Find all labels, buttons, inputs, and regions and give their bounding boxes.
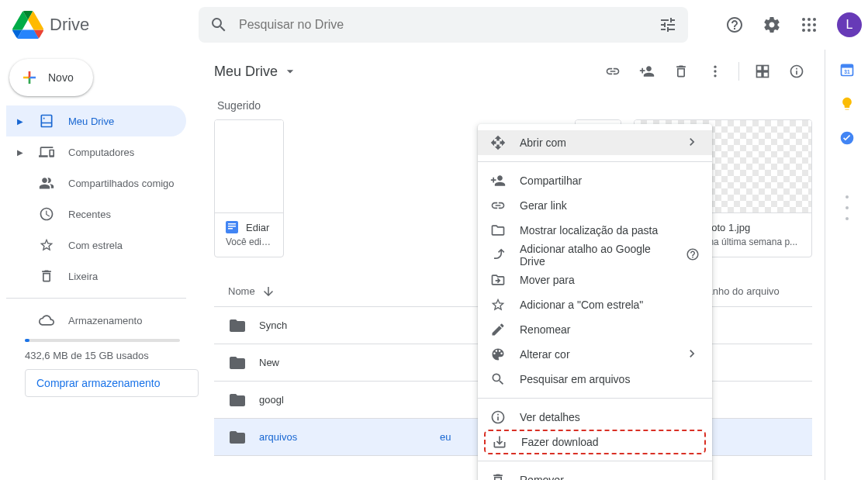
sort-arrow-icon — [261, 285, 275, 299]
tasks-icon[interactable] — [839, 130, 855, 146]
expand-icon: ▶ — [16, 148, 25, 157]
search-options-icon[interactable] — [652, 9, 683, 40]
context-menu: Abrir com Compartilhar Gerar link Mostra… — [478, 124, 712, 480]
sidebar-item-recent[interactable]: ▶ Recentes — [6, 199, 186, 230]
avatar[interactable]: L — [837, 12, 862, 37]
folder-icon — [228, 316, 247, 335]
cm-download[interactable]: Fazer download — [484, 430, 706, 454]
sidebar-item-trash[interactable]: ▶ Lixeira — [6, 261, 186, 292]
svg-point-3 — [802, 23, 805, 26]
new-button-label: Novo — [48, 71, 74, 84]
sidebar-item-label: Compartilhados comigo — [68, 178, 175, 189]
svg-point-9 — [714, 66, 716, 68]
chevron-right-icon — [684, 346, 700, 364]
cm-add-star[interactable]: Adicionar a "Com estrela" — [478, 292, 712, 317]
header: Drive L — [0, 0, 868, 50]
plus-icon — [20, 68, 39, 87]
side-panel: 31 — [825, 50, 868, 480]
settings-icon[interactable] — [756, 9, 787, 40]
suggested-heading: Sugerido — [214, 87, 812, 119]
svg-point-8 — [813, 29, 816, 32]
search-input[interactable] — [239, 18, 648, 32]
info-button[interactable] — [781, 56, 812, 87]
sidebar-item-label: Computadores — [68, 147, 134, 158]
star-icon — [490, 297, 506, 313]
svg-point-7 — [807, 29, 811, 32]
recent-icon — [39, 206, 54, 222]
new-button[interactable]: Novo — [9, 59, 93, 96]
title-bar: Meu Drive — [214, 50, 812, 87]
svg-rect-16 — [226, 221, 238, 233]
search-bar[interactable] — [199, 7, 688, 43]
chevron-right-icon — [684, 134, 700, 152]
sidebar-item-my-drive[interactable]: ▶ Meu Drive — [6, 105, 186, 136]
svg-point-1 — [807, 18, 811, 21]
cm-change-color[interactable]: Alterar cor — [478, 342, 712, 367]
sidebar-item-label: Meu Drive — [68, 116, 114, 127]
apps-icon[interactable] — [794, 9, 825, 40]
cm-share[interactable]: Compartilhar — [478, 168, 712, 193]
header-actions: L — [719, 9, 862, 40]
sidebar-item-starred[interactable]: ▶ Com estrela — [6, 230, 186, 261]
star-icon — [39, 237, 54, 253]
share-button[interactable] — [631, 56, 662, 87]
cm-view-details[interactable]: Ver detalhes — [478, 405, 712, 430]
download-icon — [492, 434, 507, 450]
storage-text: 432,6 MB de 15 GB usados — [6, 342, 199, 369]
calendar-icon[interactable]: 31 — [839, 62, 855, 78]
delete-button[interactable] — [666, 56, 697, 87]
cm-add-shortcut[interactable]: Adicionar atalho ao Google Drive — [478, 243, 712, 268]
help-icon[interactable] — [686, 247, 700, 264]
panel-more-icon — [846, 195, 849, 220]
sidebar-item-label: Com estrela — [68, 240, 123, 251]
folder-icon — [228, 354, 247, 372]
suggested-card[interactable]: Ediar Você editou n — [214, 119, 284, 257]
info-icon — [490, 409, 506, 425]
more-button[interactable] — [700, 56, 731, 87]
support-icon[interactable] — [719, 9, 750, 40]
shortcut-icon — [490, 247, 506, 263]
cm-search-within[interactable]: Pesquisar em arquivos — [478, 367, 712, 392]
get-link-button[interactable] — [597, 56, 628, 87]
cm-get-link[interactable]: Gerar link — [478, 193, 712, 218]
svg-rect-17 — [228, 223, 236, 225]
grid-view-button[interactable] — [747, 56, 778, 87]
keep-icon[interactable] — [839, 96, 855, 112]
share-icon — [490, 173, 506, 188]
cm-open-with[interactable]: Abrir com — [478, 130, 712, 155]
drive-logo[interactable]: Drive — [12, 9, 199, 40]
buy-storage-button[interactable]: Comprar armazenamento — [25, 369, 199, 397]
cm-rename[interactable]: Renomear — [478, 317, 712, 342]
column-name[interactable]: Nome — [214, 285, 440, 299]
cloud-icon — [39, 313, 54, 328]
trash-icon — [490, 472, 506, 480]
open-with-icon — [490, 135, 506, 150]
sidebar-item-storage[interactable]: ▶ Armazenamento — [6, 305, 186, 336]
sidebar-item-computers[interactable]: ▶ Computadores — [6, 136, 186, 167]
drive-logo-icon — [12, 9, 43, 40]
svg-text:31: 31 — [844, 69, 850, 74]
toolbar — [597, 56, 812, 87]
svg-rect-18 — [228, 226, 236, 227]
move-icon — [490, 272, 506, 288]
cm-show-location[interactable]: Mostrar localização da pasta — [478, 218, 712, 243]
svg-point-6 — [802, 29, 805, 32]
trash-icon — [39, 268, 54, 284]
cm-move-to[interactable]: Mover para — [478, 268, 712, 292]
sidebar-item-shared[interactable]: ▶ Compartilhados comigo — [6, 167, 186, 199]
svg-point-11 — [714, 74, 716, 77]
storage-bar — [25, 339, 180, 342]
search-icon[interactable] — [203, 9, 234, 40]
palette-icon — [490, 347, 506, 362]
sidebar: Novo ▶ Meu Drive ▶ Computadores ▶ Compar… — [0, 50, 199, 480]
folder-icon — [228, 391, 247, 409]
search-icon — [490, 371, 506, 387]
breadcrumb[interactable]: Meu Drive — [214, 64, 298, 80]
docs-icon — [226, 221, 238, 233]
sidebar-item-label: Lixeira — [68, 271, 98, 282]
svg-point-2 — [813, 18, 816, 21]
content-area: Meu Drive Sugerido E — [199, 50, 825, 480]
svg-point-0 — [802, 18, 805, 21]
svg-rect-19 — [228, 228, 233, 230]
cm-remove[interactable]: Remover — [478, 468, 712, 480]
